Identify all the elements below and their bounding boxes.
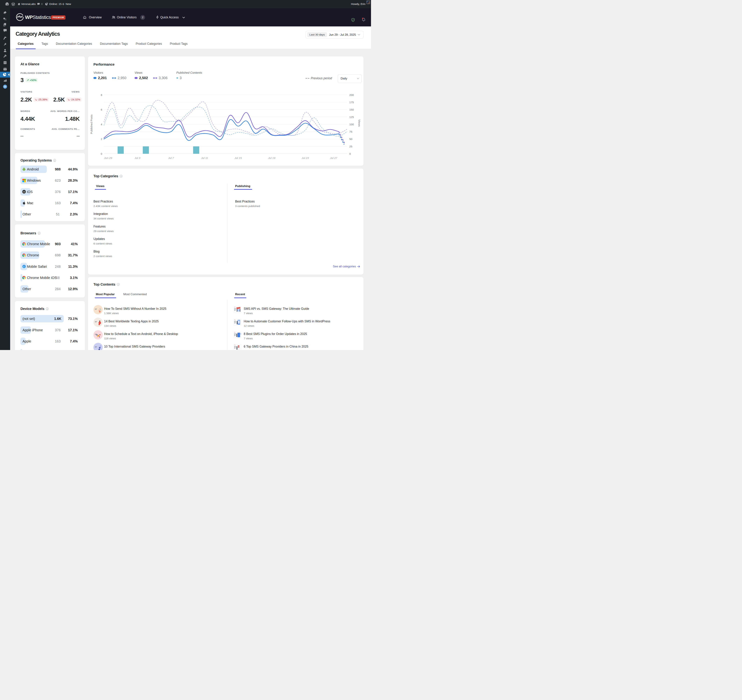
svg-text:Views: Views [358, 119, 361, 127]
svg-text:Jul 11: Jul 11 [201, 156, 208, 159]
svg-text:75: 75 [349, 130, 352, 133]
svg-text:150: 150 [349, 108, 354, 111]
svg-text:0: 0 [101, 152, 102, 155]
svg-text:0: 0 [349, 152, 351, 155]
svg-text:175: 175 [349, 101, 354, 104]
svg-text:Jul 19: Jul 19 [268, 156, 275, 159]
svg-text:6: 6 [101, 108, 102, 111]
svg-text:4: 4 [101, 123, 102, 126]
svg-text:125: 125 [349, 115, 354, 118]
svg-text:2: 2 [101, 137, 102, 140]
svg-text:Published Posts: Published Posts [90, 115, 93, 134]
svg-text:Jun 29: Jun 29 [104, 156, 112, 159]
svg-text:Jul 7: Jul 7 [168, 156, 174, 159]
svg-text:50: 50 [349, 137, 352, 140]
svg-text:8: 8 [101, 93, 102, 96]
svg-text:Jul 27: Jul 27 [330, 156, 337, 159]
svg-text:200: 200 [349, 93, 354, 96]
svg-text:iOS: iOS [23, 191, 25, 193]
svg-text:Jul 3: Jul 3 [134, 156, 140, 159]
svg-text:100: 100 [349, 123, 354, 126]
svg-text:Jul 15: Jul 15 [234, 156, 242, 159]
svg-text:Jul 23: Jul 23 [301, 156, 309, 159]
svg-text:25: 25 [349, 145, 352, 148]
